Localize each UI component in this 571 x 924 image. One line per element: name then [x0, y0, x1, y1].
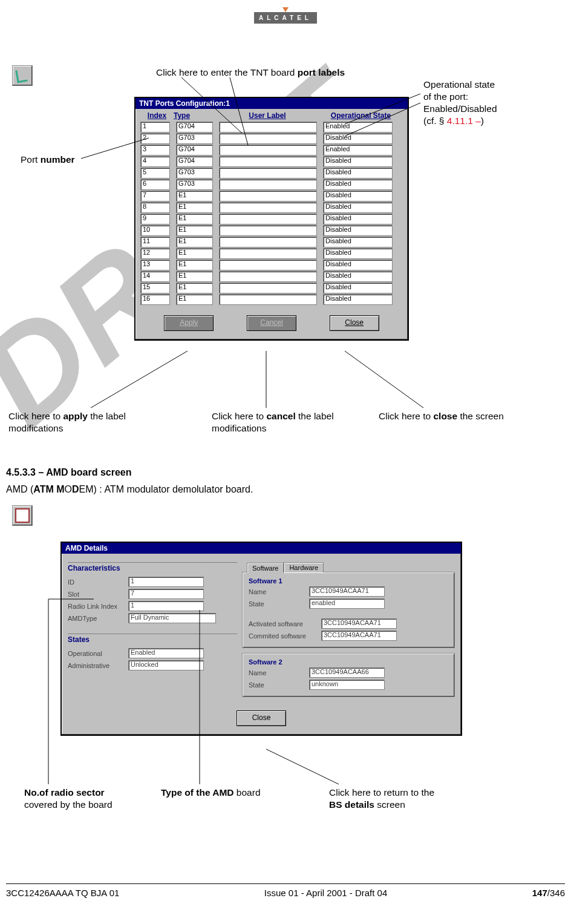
type-cell: E1 [176, 271, 213, 282]
table-row: 2G703Disabled [140, 133, 403, 144]
index-cell: 16 [140, 294, 170, 305]
type-cell: E1 [176, 225, 213, 236]
type-cell: G704 [176, 122, 213, 133]
tnt-icon [12, 65, 33, 86]
svg-line-11 [266, 749, 339, 784]
table-row: 12E1Disabled [140, 248, 403, 259]
table-row: 5G703Disabled [140, 168, 403, 179]
type-cell: E1 [176, 202, 213, 213]
user-label-input[interactable] [219, 283, 317, 293]
footer-left: 3CC12426AAAA TQ BJA 01 [6, 888, 119, 898]
user-label-input[interactable] [219, 248, 317, 259]
type-cell: E1 [176, 191, 213, 202]
callout-port-labels: Click here to enter the TNT board port l… [156, 67, 345, 79]
tab-hardware[interactable]: Hardware [284, 562, 324, 572]
sw1-state-field: enabled [309, 598, 385, 609]
user-label-input[interactable] [219, 237, 317, 247]
type-cell: E1 [176, 283, 213, 293]
sw2-state-field: unknown [309, 680, 385, 690]
type-cell: E1 [176, 214, 213, 224]
table-row: 7E1Disabled [140, 191, 403, 202]
apply-button[interactable]: Apply [164, 315, 214, 331]
state-cell: Disabled [323, 283, 393, 293]
index-cell: 9 [140, 214, 170, 224]
index-cell: 3 [140, 145, 170, 156]
sw2-name-field: 3CC10949ACAA66 [309, 667, 385, 678]
state-cell: Disabled [323, 202, 393, 213]
characteristics-group: Characteristics [68, 562, 237, 575]
commited-sw-field: 3CC10949ACAA71 [321, 631, 397, 641]
close-button[interactable]: Close [330, 315, 379, 331]
tnt-column-headers: Index Type User Label Operational State [135, 109, 408, 121]
table-row: 11E1Disabled [140, 237, 403, 247]
amd-close-button[interactable]: Close [237, 710, 286, 726]
user-label-input[interactable] [219, 294, 317, 305]
section-heading: 4.5.3.3 – AMD board screen [6, 467, 132, 478]
index-cell: 13 [140, 260, 170, 270]
software-2-title: Software 2 [249, 658, 448, 666]
software-1-title: Software 1 [249, 577, 448, 585]
table-row: 14E1Disabled [140, 271, 403, 282]
user-label-input[interactable] [219, 271, 317, 282]
amd-icon [12, 505, 33, 526]
footer-right: 147/346 [532, 888, 565, 898]
type-cell: E1 [176, 260, 213, 270]
activated-sw-field: 3CC10949ACAA71 [321, 618, 397, 629]
operational-field: Enabled [128, 648, 204, 658]
table-row: 1G704Enabled [140, 122, 403, 133]
table-row: 9E1Disabled [140, 214, 403, 224]
callout-port-number: Port number [21, 154, 75, 166]
user-label-input[interactable] [219, 202, 317, 213]
states-group: States [68, 634, 237, 646]
tnt-titlebar: TNT Ports Configuration:1 [135, 98, 408, 109]
user-label-input[interactable] [219, 214, 317, 224]
callout-apply: Click here to apply the label modificati… [8, 410, 126, 434]
state-cell: Enabled [323, 122, 393, 133]
administrative-field: Unlocked [128, 660, 204, 670]
index-cell: 6 [140, 179, 170, 190]
user-label-input[interactable] [219, 225, 317, 236]
amd-titlebar: AMD Details [62, 543, 461, 554]
table-row: 4G704Disabled [140, 156, 403, 167]
index-cell: 7 [140, 191, 170, 202]
user-label-input[interactable] [219, 145, 317, 156]
callout-amd-type: Type of the AMD board [161, 787, 261, 799]
state-cell: Disabled [323, 248, 393, 259]
user-label-input[interactable] [219, 191, 317, 202]
user-label-input[interactable] [219, 168, 317, 179]
type-cell: G704 [176, 156, 213, 167]
amd-type-field: Full Dynamic [128, 613, 216, 623]
index-cell: 4 [140, 156, 170, 167]
amd-details-window: AMD Details Characteristics ID1 Slot7 Ra… [60, 542, 462, 736]
id-field: 1 [128, 577, 204, 587]
type-cell: G703 [176, 133, 213, 144]
state-cell: Disabled [323, 214, 393, 224]
table-row: 10E1Disabled [140, 225, 403, 236]
tab-software[interactable]: Software [247, 563, 284, 573]
state-cell: Disabled [323, 294, 393, 305]
svg-line-5 [91, 351, 188, 408]
user-label-input[interactable] [219, 122, 317, 133]
callout-close: Click here to close the screen [379, 410, 504, 422]
user-label-input[interactable] [219, 133, 317, 144]
tnt-ports-window: TNT Ports Configuration:1 Index Type Use… [134, 97, 409, 341]
state-cell: Disabled [323, 271, 393, 282]
index-cell: 14 [140, 271, 170, 282]
slot-field: 7 [128, 589, 204, 599]
logo: ALCATEL [6, 12, 565, 24]
type-cell: E1 [176, 237, 213, 247]
state-cell: Disabled [323, 179, 393, 190]
cancel-button[interactable]: Cancel [247, 315, 296, 331]
svg-line-7 [345, 351, 423, 408]
type-cell: E1 [176, 248, 213, 259]
state-cell: Disabled [323, 191, 393, 202]
type-cell: G704 [176, 145, 213, 156]
state-cell: Enabled [323, 145, 393, 156]
table-row: 16E1Disabled [140, 294, 403, 305]
index-cell: 15 [140, 283, 170, 293]
user-label-input[interactable] [219, 179, 317, 190]
user-label-input[interactable] [219, 260, 317, 270]
user-label-input[interactable] [219, 156, 317, 167]
sw1-name-field: 3CC10949ACAA71 [309, 586, 385, 597]
index-cell: 1 [140, 122, 170, 133]
